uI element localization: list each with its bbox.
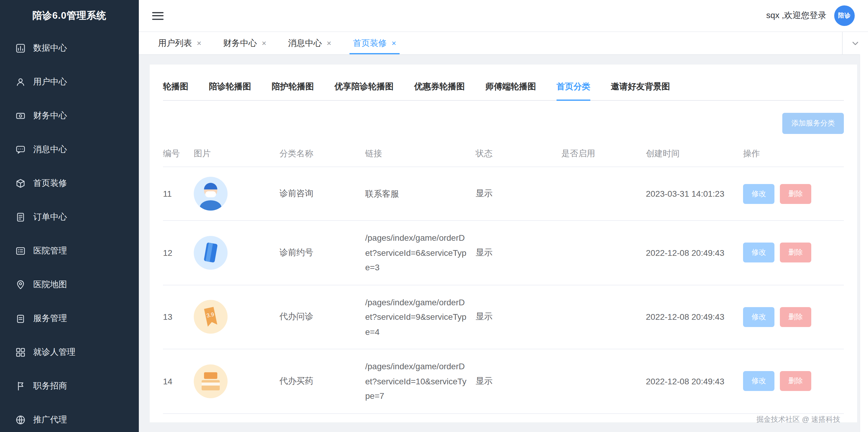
sidebar-item-order-center[interactable]: 订单中心 [0, 200, 139, 234]
edit-button[interactable]: 修改 [743, 243, 774, 263]
sidebar-item-label: 医院地图 [33, 279, 67, 290]
categories-table: 编号 图片 分类名称 链接 状态 是否启用 创建时间 操作 11 [163, 143, 844, 422]
sidebar-item-finance-center[interactable]: 财务中心 [0, 99, 139, 133]
sidebar-item-label: 用户中心 [33, 77, 67, 88]
table-toolbar: 添加服务分类 [163, 113, 844, 134]
promotion-icon [16, 415, 25, 425]
created-time: 2022-12-08 20:49:43 [646, 312, 743, 322]
subtab-invite-background[interactable]: 邀请好友背景图 [611, 75, 670, 100]
subtab-bar: 轮播图 陪诊轮播图 陪护轮播图 优享陪诊轮播图 优惠券轮播图 师傅端轮播图 首页… [163, 75, 844, 101]
sidebar-item-data-center[interactable]: 数据中心 [0, 31, 139, 65]
status-text: 显示 [476, 247, 561, 258]
price-tag-icon: 3.9 [194, 300, 227, 334]
status-text: 显示 [476, 376, 561, 387]
sidebar-item-promotion-agency[interactable]: 推广代理 [0, 403, 139, 432]
tabs-dropdown-button[interactable] [842, 32, 868, 54]
col-header-status: 状态 [476, 148, 561, 159]
subtab-carousel[interactable]: 轮播图 [163, 75, 188, 100]
main-area: sqx ,欢迎您登录 陪诊 用户列表 × 财务中心 × 消息中心 × 首页装修 … [139, 0, 868, 432]
sidebar-item-message-center[interactable]: 消息中心 [0, 133, 139, 167]
created-time: 2022-12-08 20:49:43 [646, 248, 743, 258]
hospital-icon [16, 246, 25, 256]
subtab-worker-carousel[interactable]: 师傅端轮播图 [485, 75, 536, 100]
finance-icon [16, 111, 25, 121]
welcome-text: sqx ,欢迎您登录 [766, 10, 826, 21]
col-header-name: 分类名称 [279, 148, 365, 159]
subtab-escort-carousel[interactable]: 陪诊轮播图 [209, 75, 251, 100]
app-title: 陪诊6.0管理系统 [0, 0, 139, 31]
table-row: 12 诊前约号 /pages/index/game/orderDet?servi… [163, 221, 844, 285]
tab-message-center[interactable]: 消息中心 × [277, 32, 342, 54]
avatar[interactable]: 陪诊 [834, 5, 855, 26]
col-header-image: 图片 [194, 148, 279, 159]
tab-finance-center[interactable]: 财务中心 × [212, 32, 277, 54]
category-name: 代办买药 [279, 376, 365, 387]
sidebar-item-patient-management[interactable]: 就诊人管理 [0, 335, 139, 369]
subtab-coupon-carousel[interactable]: 优惠券轮播图 [414, 75, 465, 100]
tab-home-decoration[interactable]: 首页装修 × [342, 32, 407, 54]
chevron-down-icon [852, 39, 859, 47]
tab-label: 财务中心 [223, 38, 257, 48]
table-row: 13 3.9 代办问诊 /pages/index/game/orderDet?s… [163, 285, 844, 350]
category-link: 联系客服 [365, 187, 476, 201]
tab-bar: 用户列表 × 财务中心 × 消息中心 × 首页装修 × [139, 32, 868, 55]
delete-button[interactable]: 删除 [780, 243, 811, 263]
tab-label: 首页装修 [353, 38, 387, 48]
watermark-text: 掘金技术社区 @ 速搭科技 [756, 414, 840, 425]
subtab-care-carousel[interactable]: 陪护轮播图 [272, 75, 314, 100]
table-row: 15 送取结果 /pages/index/game/orderDet?servi… [163, 413, 844, 422]
created-time: 2022-12-08 20:49:43 [646, 376, 743, 386]
sidebar-item-hospital-management[interactable]: 医院管理 [0, 234, 139, 268]
medicine-counter-icon [194, 364, 227, 398]
sidebar-item-home-decoration[interactable]: 首页装修 [0, 167, 139, 200]
service-icon [16, 314, 25, 323]
admin-app: 陪诊6.0管理系统 数据中心 用户中心 财务中心 消息中心 首页装修 [0, 0, 868, 432]
subtab-home-categories[interactable]: 首页分类 [557, 75, 590, 100]
scrollbar[interactable] [860, 54, 868, 432]
edit-button[interactable]: 修改 [743, 184, 774, 204]
sidebar-item-service-management[interactable]: 服务管理 [0, 302, 139, 335]
status-text: 显示 [476, 312, 561, 323]
sidebar-item-label: 职务招商 [33, 381, 67, 392]
sidebar-item-job-investment[interactable]: 职务招商 [0, 369, 139, 403]
sidebar: 陪诊6.0管理系统 数据中心 用户中心 财务中心 消息中心 首页装修 [0, 0, 139, 432]
add-service-category-button[interactable]: 添加服务分类 [782, 113, 844, 134]
sidebar-item-label: 就诊人管理 [33, 347, 75, 358]
tab-label: 用户列表 [158, 38, 192, 48]
delete-button[interactable]: 删除 [780, 307, 811, 327]
col-header-id: 编号 [163, 148, 194, 159]
row-id: 13 [163, 312, 194, 322]
close-icon[interactable]: × [327, 39, 331, 47]
order-icon [16, 212, 25, 222]
map-pin-icon [16, 280, 25, 290]
delete-button[interactable]: 删除 [780, 371, 811, 391]
hamburger-menu-icon[interactable] [152, 10, 163, 22]
delete-button[interactable]: 删除 [780, 184, 811, 204]
sidebar-item-label: 医院管理 [33, 245, 67, 257]
sidebar-item-user-center[interactable]: 用户中心 [0, 65, 139, 99]
patients-icon [16, 347, 25, 357]
sidebar-item-hospital-map[interactable]: 医院地图 [0, 268, 139, 302]
close-icon[interactable]: × [392, 39, 396, 47]
edit-button[interactable]: 修改 [743, 371, 774, 391]
table-header-row: 编号 图片 分类名称 链接 状态 是否启用 创建时间 操作 [163, 143, 844, 167]
close-icon[interactable]: × [262, 39, 266, 47]
sidebar-item-label: 订单中心 [33, 212, 67, 223]
tab-label: 消息中心 [288, 38, 322, 48]
col-header-enabled: 是否启用 [561, 148, 646, 159]
category-name: 诊前咨询 [279, 188, 365, 199]
sidebar-item-label: 消息中心 [33, 144, 67, 155]
sidebar-item-label: 财务中心 [33, 110, 67, 121]
subtab-premium-escort-carousel[interactable]: 优享陪诊轮播图 [334, 75, 394, 100]
category-name: 代办问诊 [279, 312, 365, 323]
sidebar-item-label: 首页装修 [33, 178, 67, 189]
created-time: 2023-03-31 14:01:23 [646, 189, 743, 199]
content-card: 轮播图 陪诊轮播图 陪护轮播图 优享陪诊轮播图 优惠券轮播图 师傅端轮播图 首页… [150, 65, 857, 422]
id-card-icon [194, 236, 227, 270]
topbar-right: sqx ,欢迎您登录 陪诊 [766, 5, 855, 26]
category-link: /pages/index/game/orderDet?serviceId=10&… [365, 359, 476, 403]
table-row: 11 诊前咨询 联系客服 显示 2023-03-31 14:01:23 修改删除 [163, 167, 844, 221]
close-icon[interactable]: × [197, 39, 201, 47]
edit-button[interactable]: 修改 [743, 307, 774, 327]
tab-user-list[interactable]: 用户列表 × [147, 32, 212, 54]
